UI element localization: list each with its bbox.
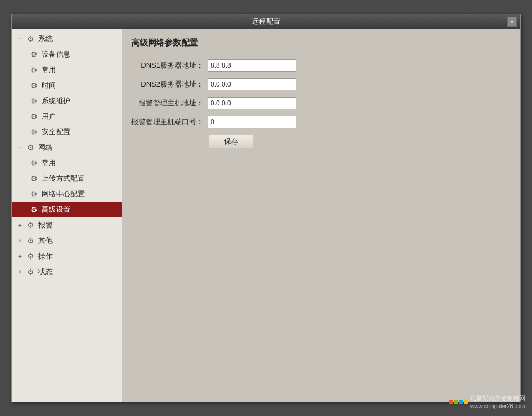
operation-gear-icon: ⚙ [26, 252, 35, 261]
alert-host-label: 报警管理主机地址： [131, 98, 203, 108]
user-icon: ⚙ [29, 112, 38, 121]
system-gear-icon: ⚙ [26, 34, 35, 43]
sidebar-group-network-header[interactable]: － ⚙ 网络 [12, 140, 122, 155]
sidebar-group-other-header[interactable]: + ⚙ 其他 [12, 233, 122, 248]
upload-config-label: 上传方式配置 [42, 174, 85, 184]
dns1-label: DNS1服务器地址： [131, 60, 203, 70]
system-toggle-icon: － [16, 35, 24, 43]
other-gear-icon: ⚙ [26, 236, 35, 245]
alarm-toggle-icon: + [16, 221, 24, 229]
sidebar-item-advanced[interactable]: ⚙ 高级设置 [12, 202, 122, 217]
advanced-label: 高级设置 [42, 205, 70, 215]
other-group-label: 其他 [38, 236, 53, 246]
device-info-label: 设备信息 [42, 49, 70, 59]
other-toggle-icon: + [16, 237, 24, 245]
sidebar-item-net-center[interactable]: ⚙ 网络中心配置 [12, 186, 122, 202]
alert-host-input[interactable] [208, 97, 296, 109]
sidebar-group-system: － ⚙ 系统 ⚙ 设备信息 ⚙ 常用 ⚙ 时间 ⚙ 系统 [12, 31, 122, 140]
alert-port-row: 报警管理主机端口号： [131, 116, 511, 128]
network-group-label: 网络 [38, 143, 53, 153]
maintenance-label: 系统维护 [42, 96, 70, 106]
sidebar-group-operation: + ⚙ 操作 [12, 248, 122, 264]
title-bar: 远程配置 × [12, 14, 520, 29]
security-label: 安全配置 [42, 127, 70, 137]
content-area: － ⚙ 系统 ⚙ 设备信息 ⚙ 常用 ⚙ 时间 ⚙ 系统 [12, 29, 520, 402]
alert-port-label: 报警管理主机端口号： [131, 117, 203, 127]
wm-square-blue [459, 400, 463, 404]
time-icon: ⚙ [29, 81, 38, 90]
sidebar-group-other: + ⚙ 其他 [12, 233, 122, 248]
sidebar-item-net-common[interactable]: ⚙ 常用 [12, 155, 122, 171]
save-btn-row: 保存 [131, 135, 511, 148]
section-title: 高级网络参数配置 [131, 38, 511, 50]
status-toggle-icon: + [16, 268, 24, 276]
sidebar-group-system-header[interactable]: － ⚙ 系统 [12, 31, 122, 47]
main-window: 远程配置 × － ⚙ 系统 ⚙ 设备信息 ⚙ 常用 [11, 14, 521, 402]
window-title: 远程配置 [252, 17, 280, 27]
status-gear-icon: ⚙ [26, 267, 35, 276]
user-label: 用户 [42, 111, 56, 121]
save-button[interactable]: 保存 [209, 135, 253, 148]
close-button[interactable]: × [507, 17, 517, 27]
sidebar-group-alarm-header[interactable]: + ⚙ 报警 [12, 217, 122, 233]
system-group-label: 系统 [38, 34, 53, 44]
security-icon: ⚙ [29, 128, 38, 136]
net-common-icon: ⚙ [29, 159, 38, 168]
upload-config-icon: ⚙ [29, 174, 38, 183]
sidebar-item-user[interactable]: ⚙ 用户 [12, 109, 122, 124]
sidebar-item-device-info[interactable]: ⚙ 设备信息 [12, 47, 122, 62]
net-center-label: 网络中心配置 [42, 189, 85, 199]
main-content: 高级网络参数配置 DNS1服务器地址： DNS2服务器地址： 报警管理主机地址：… [122, 29, 520, 402]
dns1-row: DNS1服务器地址： [131, 59, 511, 72]
dns1-input[interactable] [208, 59, 296, 72]
operation-group-label: 操作 [38, 251, 53, 261]
time-label: 时间 [42, 80, 56, 90]
sidebar-group-status: + ⚙ 状态 [12, 264, 122, 280]
watermark-logo [449, 400, 468, 404]
sidebar-group-alarm: + ⚙ 报警 [12, 217, 122, 233]
sidebar: － ⚙ 系统 ⚙ 设备信息 ⚙ 常用 ⚙ 时间 ⚙ 系统 [12, 29, 122, 402]
dns2-row: DNS2服务器地址： [131, 78, 511, 90]
alert-host-row: 报警管理主机地址： [131, 97, 511, 109]
network-toggle-icon: － [16, 144, 24, 151]
dns2-label: DNS2服务器地址： [131, 79, 203, 89]
net-common-label: 常用 [42, 158, 56, 168]
common-icon: ⚙ [29, 65, 38, 74]
sidebar-group-status-header[interactable]: + ⚙ 状态 [12, 264, 122, 280]
sidebar-item-common[interactable]: ⚙ 常用 [12, 62, 122, 78]
maintenance-icon: ⚙ [29, 97, 38, 105]
watermark-url: www.computer26.com [470, 403, 525, 409]
status-group-label: 状态 [38, 267, 53, 277]
wm-square-yellow [464, 400, 468, 404]
alert-port-input[interactable] [208, 116, 296, 128]
wm-square-green [454, 400, 458, 404]
watermark-text: 电脑疑难杂症教程网www.computer26.com [470, 394, 525, 409]
sidebar-item-security[interactable]: ⚙ 安全配置 [12, 124, 122, 140]
dns2-input[interactable] [208, 78, 296, 90]
sidebar-item-time[interactable]: ⚙ 时间 [12, 78, 122, 93]
alarm-group-label: 报警 [38, 220, 53, 230]
sidebar-group-network: － ⚙ 网络 ⚙ 常用 ⚙ 上传方式配置 ⚙ 网络中心配置 ⚙ [12, 140, 122, 217]
net-center-icon: ⚙ [29, 190, 38, 199]
sidebar-item-upload-config[interactable]: ⚙ 上传方式配置 [12, 171, 122, 186]
device-info-icon: ⚙ [29, 50, 38, 59]
advanced-icon: ⚙ [29, 205, 38, 214]
common-label: 常用 [42, 65, 56, 75]
watermark: 电脑疑难杂症教程网www.computer26.com [449, 394, 525, 409]
sidebar-item-maintenance[interactable]: ⚙ 系统维护 [12, 93, 122, 109]
alarm-gear-icon: ⚙ [26, 221, 35, 230]
form-container: DNS1服务器地址： DNS2服务器地址： 报警管理主机地址： 报警管理主机端口… [131, 59, 511, 148]
wm-square-red [449, 400, 453, 404]
sidebar-group-operation-header[interactable]: + ⚙ 操作 [12, 248, 122, 264]
operation-toggle-icon: + [16, 252, 24, 260]
network-gear-icon: ⚙ [26, 143, 35, 152]
